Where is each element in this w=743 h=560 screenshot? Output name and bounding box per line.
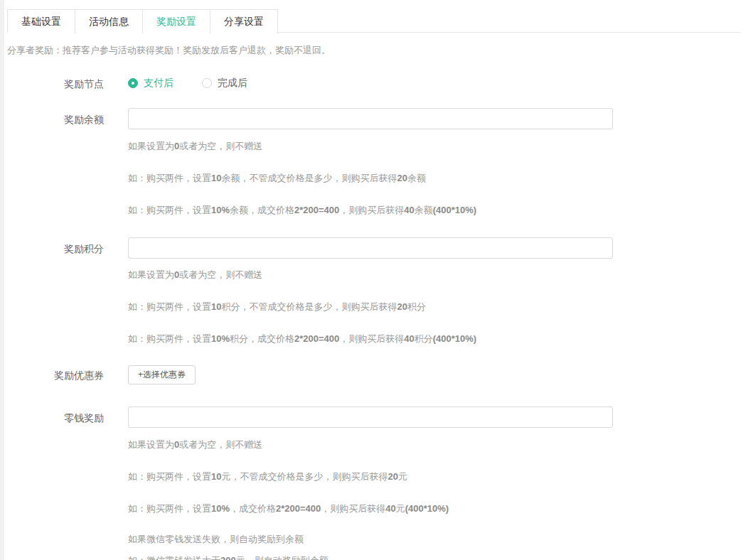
hint-line: 如果微信零钱发送失败，则自动奖励到余额 (128, 533, 304, 546)
reward-balance-label: 奖励余额 (0, 114, 104, 126)
reward-points-label: 奖励积分 (0, 243, 104, 256)
tab-reward-settings[interactable]: 奖励设置 (143, 10, 210, 33)
hint-line: 如果设置为0或者为空，则不赠送 (128, 269, 262, 281)
cash-reward-label: 零钱奖励 (0, 412, 104, 425)
hint-line: 如：微信零钱发送大于200元，则自动奖励到余额 (128, 554, 328, 560)
sharer-reward-description: 分享者奖励：推荐客户参与活动获得奖励！奖励发放后客户退款，奖励不退回。 (7, 44, 331, 57)
radio-after-payment-label: 支付后 (144, 77, 173, 90)
select-coupon-button[interactable]: +选择优惠券 (128, 365, 196, 384)
reward-points-input[interactable] (128, 237, 613, 259)
reward-coupon-label: 奖励优惠券 (0, 370, 104, 382)
hint-line: 如：购买两件，设置10%积分，成交价格2*200=400，则购买后获得40积分(… (128, 333, 476, 345)
hint-line: 如：购买两件，设置10积分，不管成交价格是多少，则购买后获得20积分 (128, 301, 426, 313)
hint-line: 如：购买两件，设置10元，不管成交价格是多少，则购买后获得20元 (128, 470, 407, 483)
hint-line: 如：购买两件，设置10%，成交价格2*200=400，则购买后获得40元(400… (128, 502, 449, 515)
tab-group: 基础设置 活动信息 奖励设置 分享设置 (7, 9, 278, 33)
radio-after-completion[interactable]: 完成后 (202, 77, 247, 90)
radio-after-payment[interactable]: 支付后 (128, 77, 173, 90)
radio-after-completion-label: 完成后 (218, 77, 247, 90)
radio-unselected-icon (202, 78, 212, 88)
reward-node-radio-group: 支付后 完成后 (128, 77, 247, 90)
reward-settings-page: 基础设置 活动信息 奖励设置 分享设置 分享者奖励：推荐客户参与活动获得奖励！奖… (0, 0, 743, 560)
hint-line: 如：购买两件，设置10余额，不管成交价格是多少，则购买后获得20余额 (128, 172, 426, 185)
hint-line: 如果设置为0或者为空，则不赠送 (128, 140, 262, 153)
cash-reward-input[interactable] (128, 406, 613, 428)
reward-node-label: 奖励节点 (0, 78, 104, 91)
reward-balance-input[interactable] (128, 108, 613, 129)
tab-activity-info[interactable]: 活动信息 (75, 10, 143, 33)
tab-share-settings[interactable]: 分享设置 (210, 10, 278, 33)
radio-selected-icon (128, 78, 138, 88)
hint-line: 如：购买两件，设置10%余额，成交价格2*200=400，则购买后获得40余额(… (128, 204, 476, 217)
tabs-bar: 基础设置 活动信息 奖励设置 分享设置 (7, 9, 740, 33)
hint-line: 如果设置为0或者为空，则不赠送 (128, 438, 262, 451)
tab-basic-settings[interactable]: 基础设置 (8, 10, 75, 33)
